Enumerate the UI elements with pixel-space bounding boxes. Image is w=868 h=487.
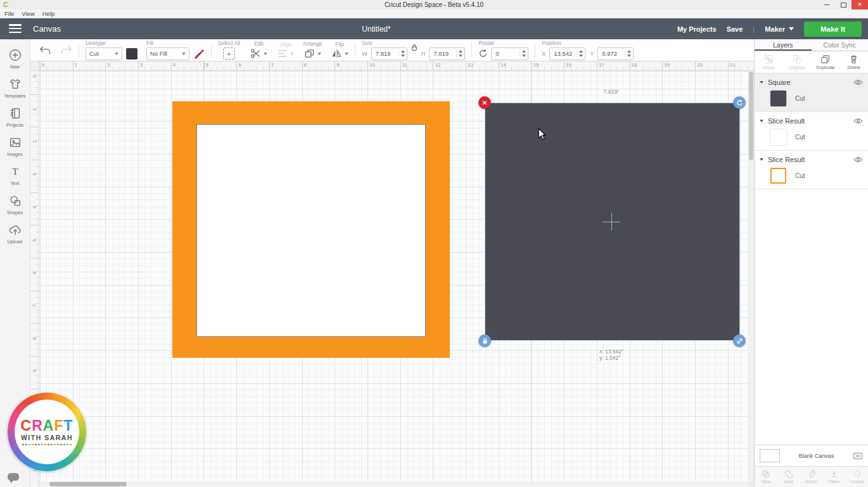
chevron-down-icon <box>264 53 267 55</box>
slice-result-white-square[interactable] <box>196 124 426 337</box>
rotate-handle[interactable] <box>733 96 746 109</box>
arrange-dropdown[interactable] <box>304 48 321 59</box>
linetype-dropdown[interactable]: Cut <box>86 47 122 60</box>
edit-toolbar: Linetype Cut Fill No Fill Select <box>30 39 754 61</box>
design-workspace[interactable]: ✕ 7.819" x: 13.542" y: 1.042" <box>39 71 748 481</box>
layer-header[interactable]: Slice Result <box>760 115 863 127</box>
layer-group-slice-result-1[interactable]: Slice Result Cut <box>755 112 868 151</box>
layer-name: Slice Result <box>768 117 805 125</box>
fill-dropdown[interactable]: No Fill <box>146 47 189 60</box>
hamburger-menu-icon[interactable] <box>9 24 22 33</box>
sidebar-item-images[interactable]: Images <box>0 132 30 161</box>
duplicate-button[interactable]: Duplicate <box>812 54 840 70</box>
minimize-button[interactable] <box>819 0 835 9</box>
ruler-number: 17 <box>599 62 604 68</box>
layer-swatch[interactable] <box>770 91 786 106</box>
blank-canvas-row[interactable]: Blank Canvas <box>755 445 868 466</box>
delete-handle[interactable]: ✕ <box>478 96 491 109</box>
machine-select-dropdown[interactable]: Maker <box>765 25 794 33</box>
blank-canvas-label: Blank Canvas <box>785 453 848 459</box>
linetype-color-swatch[interactable] <box>126 48 137 60</box>
visibility-eye-icon[interactable] <box>853 156 863 163</box>
layers-panel: Layers Color Sync Group Ungroup Duplicat… <box>754 39 868 487</box>
mat-icon[interactable] <box>853 452 863 460</box>
size-lock-icon[interactable] <box>411 44 418 51</box>
title-bar: C Cricut Design Space - Beta v5.4.10 ✕ <box>0 0 868 10</box>
scrollbar-thumb[interactable] <box>49 482 127 486</box>
mouse-cursor-icon <box>538 128 546 141</box>
group-icon <box>764 54 774 64</box>
layer-header[interactable]: Slice Result <box>760 154 863 165</box>
select-all-button[interactable]: + <box>223 47 235 60</box>
width-field[interactable]: 7.819 <box>371 47 407 60</box>
lock-handle[interactable] <box>478 334 491 347</box>
make-it-button[interactable]: Make It <box>804 22 862 37</box>
canvas-page-label: Canvas <box>33 24 61 34</box>
width-stepper[interactable] <box>399 50 405 57</box>
chevron-down-icon <box>115 53 118 55</box>
height-letter: H <box>421 51 426 57</box>
fill-label: Fill <box>146 41 153 46</box>
layer-group-square[interactable]: Square Cut <box>755 73 868 112</box>
layer-item[interactable]: Cut <box>760 127 863 148</box>
height-field[interactable]: 7.819 <box>429 47 465 60</box>
sidebar-item-projects[interactable]: Projects <box>0 103 30 132</box>
layer-swatch[interactable] <box>770 129 786 145</box>
menu-help[interactable]: Help <box>42 10 55 17</box>
chevron-down-icon <box>317 53 321 55</box>
rotate-stepper[interactable] <box>520 50 526 57</box>
canvas-vertical-scrollbar[interactable] <box>748 71 754 481</box>
sidebar-item-upload[interactable]: Upload <box>0 219 30 248</box>
sidebar-item-shapes[interactable]: Shapes <box>0 190 30 219</box>
position-y-stepper[interactable] <box>625 50 631 57</box>
blank-canvas-swatch[interactable] <box>760 449 780 462</box>
height-stepper[interactable] <box>456 50 463 57</box>
menu-file[interactable]: File <box>4 10 14 17</box>
chevron-down-icon[interactable] <box>760 120 763 122</box>
layer-swatch[interactable] <box>770 168 786 184</box>
restore-button[interactable] <box>835 0 852 9</box>
chevron-down-icon[interactable] <box>760 81 763 84</box>
position-y-field[interactable]: 0.972 <box>597 47 634 60</box>
delete-button[interactable]: Delete <box>839 54 868 70</box>
position-x-field[interactable]: 13.542 <box>549 47 585 60</box>
canvas-area: 0123456789101112131415161718192021 01234… <box>30 61 754 487</box>
my-projects-link[interactable]: My Projects <box>677 25 717 33</box>
menu-view[interactable]: View <box>22 10 34 17</box>
feedback-bubble-icon[interactable] <box>8 473 19 481</box>
undo-button[interactable] <box>39 46 52 55</box>
canvas-horizontal-scrollbar[interactable] <box>39 481 748 487</box>
ruler-number: 4 <box>32 204 37 210</box>
duplicate-icon <box>820 54 830 64</box>
size-label: Size <box>362 41 373 46</box>
chevron-down-icon[interactable] <box>760 158 763 161</box>
sidebar-item-new[interactable]: New <box>0 44 30 73</box>
resize-handle[interactable] <box>733 334 746 347</box>
ruler-number: 2 <box>32 139 37 145</box>
templates-icon <box>8 77 22 91</box>
ruler-number: 2 <box>107 62 110 68</box>
sidebar-item-text[interactable]: T Text <box>0 161 30 190</box>
save-link[interactable]: Save <box>727 25 743 33</box>
flip-dropdown[interactable] <box>331 49 348 58</box>
layer-group-slice-result-2[interactable]: Slice Result Cut <box>755 151 868 189</box>
position-x-stepper[interactable] <box>577 50 583 57</box>
lock-icon <box>482 338 488 345</box>
edit-dropdown[interactable] <box>250 48 267 59</box>
tab-layers[interactable]: Layers <box>755 39 812 51</box>
rotate-field[interactable]: 0 <box>491 47 528 60</box>
document-title[interactable]: Untitled* <box>362 25 390 34</box>
attach-button: Attach <box>800 470 823 484</box>
redo-button[interactable] <box>60 46 72 55</box>
layer-list: Square Cut Slice Result <box>755 73 868 445</box>
sidebar-item-templates[interactable]: Templates <box>0 73 30 103</box>
scrollbar-thumb[interactable] <box>749 72 753 160</box>
layer-item[interactable]: Cut <box>760 88 863 109</box>
group-button: Group <box>755 54 783 70</box>
visibility-eye-icon[interactable] <box>853 79 863 85</box>
layer-header[interactable]: Square <box>760 77 863 88</box>
tab-color-sync[interactable]: Color Sync <box>812 39 868 51</box>
close-button[interactable]: ✕ <box>852 0 868 9</box>
layer-item[interactable]: Cut <box>760 165 863 186</box>
visibility-eye-icon[interactable] <box>853 118 863 124</box>
